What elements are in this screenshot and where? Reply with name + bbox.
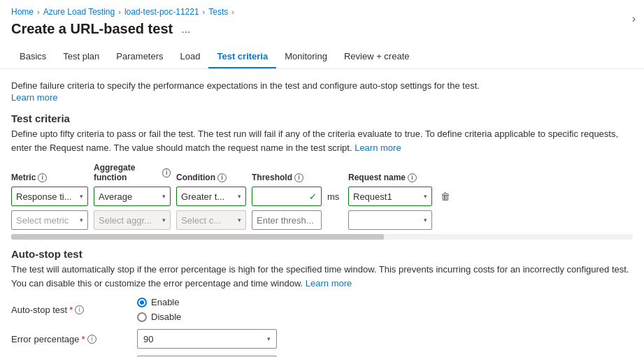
threshold-field-row1[interactable]: 200 (257, 191, 306, 202)
metric-chevron-row2: ▾ (80, 217, 83, 224)
tab-bar: Basics Test plan Parameters Load Test cr… (0, 45, 644, 69)
request-chevron-row2: ▾ (424, 217, 427, 224)
radio-disable[interactable]: Disable (137, 312, 181, 322)
aggregate-select-row2[interactable]: Select aggr... ▾ (94, 210, 171, 230)
breadcrumb-load-test-poc[interactable]: load-test-poc-11221 (124, 7, 199, 17)
metric-chevron-row1: ▾ (80, 193, 83, 200)
breadcrumb-sep-1: › (37, 8, 40, 16)
auto-stop-description: The test will automatically stop if the … (11, 263, 633, 290)
criteria-row-1: Response ti... ▾ Average ▾ Greater t... … (11, 187, 633, 206)
breadcrumb-home[interactable]: Home (11, 7, 34, 17)
breadcrumb-sep-3: › (203, 8, 206, 16)
condition-info-icon[interactable]: i (217, 173, 227, 182)
tab-test-plan[interactable]: Test plan (55, 45, 108, 68)
threshold-info-icon[interactable]: i (294, 173, 303, 182)
main-content: Define failure criteria to specify the p… (0, 69, 644, 357)
condition-chevron-row1: ▾ (238, 193, 241, 200)
radio-enable[interactable]: Enable (137, 297, 181, 307)
page-title: Create a URL-based test (11, 21, 173, 37)
radio-enable-circle (137, 298, 147, 307)
error-percentage-value: 90 (143, 334, 153, 344)
col-header-condition: Condition i (176, 173, 246, 182)
request-name-select-row2[interactable]: ▾ (348, 210, 432, 230)
condition-select-row2[interactable]: Select c... ▾ (176, 210, 246, 230)
ellipsis-button[interactable]: ... (178, 22, 193, 37)
aggregate-select-row1[interactable]: Average ▾ (94, 187, 171, 206)
radio-disable-circle (137, 312, 147, 322)
radio-enable-label: Enable (151, 297, 179, 307)
criteria-column-headers: Metric i Aggregate function i Condition … (11, 163, 633, 182)
threshold-input-row2[interactable] (252, 210, 322, 230)
delete-row1-button[interactable]: 🗑 (438, 189, 453, 203)
breadcrumb: Home › Azure Load Testing › load-test-po… (0, 0, 644, 18)
breadcrumb-azure-load-testing[interactable]: Azure Load Testing (43, 7, 115, 17)
metric-select-row2[interactable]: Select metric ▾ (11, 210, 88, 230)
col-header-request-name: Request name i (348, 173, 432, 182)
auto-stop-learn-more[interactable]: Learn more (306, 278, 352, 289)
page-title-row: Create a URL-based test ... (0, 18, 644, 45)
aggregate-info-icon[interactable]: i (162, 168, 171, 177)
auto-stop-radio-group: Enable Disable (137, 297, 181, 322)
tab-test-criteria[interactable]: Test criteria (208, 45, 276, 68)
auto-stop-label: Auto-stop test * i (11, 305, 137, 315)
tab-monitoring[interactable]: Monitoring (276, 45, 336, 68)
auto-stop-title: Auto-stop test (11, 248, 633, 260)
error-percentage-row: Error percentage * i 90 ▾ (11, 329, 633, 349)
tab-review-create[interactable]: Review + create (336, 45, 418, 68)
request-name-info-icon[interactable]: i (408, 173, 417, 182)
tab-load[interactable]: Load (172, 45, 209, 68)
error-percentage-chevron: ▾ (267, 335, 271, 342)
horizontal-scrollbar[interactable] (11, 234, 633, 240)
criteria-row-2: Select metric ▾ Select aggr... ▾ Select … (11, 210, 633, 230)
tab-basics[interactable]: Basics (11, 45, 55, 68)
threshold-field-row2[interactable] (257, 215, 317, 226)
radio-disable-label: Disable (151, 312, 181, 322)
error-percentage-label: Error percentage * i (11, 334, 137, 344)
request-name-select-row1[interactable]: Request1 ▾ (348, 187, 432, 206)
test-criteria-title: Test criteria (11, 112, 633, 124)
col-header-threshold: Threshold i (252, 173, 322, 182)
tab-parameters[interactable]: Parameters (108, 45, 171, 68)
threshold-check-icon-row1: ✓ (309, 191, 317, 202)
auto-stop-info-icon[interactable]: i (75, 305, 84, 314)
metric-select-row1[interactable]: Response ti... ▾ (11, 187, 88, 206)
error-percentage-dropdown[interactable]: 90 ▾ (137, 329, 277, 349)
request-chevron-row1: ▾ (424, 193, 427, 200)
aggregate-chevron-row2: ▾ (162, 217, 166, 224)
threshold-input-row1[interactable]: 200 ✓ (252, 187, 322, 206)
learn-more-link-2[interactable]: Learn more (355, 143, 401, 153)
breadcrumb-sep-2: › (118, 8, 121, 16)
unit-label-row1: ms (327, 191, 343, 202)
test-criteria-description: Define failure criteria to specify the p… (11, 80, 633, 91)
error-percentage-required: * (82, 334, 85, 344)
condition-chevron-row2: ▾ (238, 217, 241, 224)
metric-info-icon[interactable]: i (38, 173, 47, 182)
aggregate-chevron-row1: ▾ (162, 193, 166, 200)
breadcrumb-tests[interactable]: Tests (208, 7, 228, 17)
auto-stop-required-marker: * (69, 305, 73, 315)
col-header-metric: Metric i (11, 173, 88, 182)
scroll-thumb (11, 234, 384, 240)
auto-stop-section: Auto-stop test The test will automatical… (11, 248, 633, 357)
nav-arrow-right[interactable]: › (632, 13, 636, 25)
error-percentage-info-icon[interactable]: i (87, 335, 96, 344)
breadcrumb-sep-4: › (231, 8, 234, 16)
test-criteria-sub-desc: Define upto fifty criteria to pass or fa… (11, 127, 633, 154)
col-header-aggregate: Aggregate function i (94, 163, 171, 182)
auto-stop-test-row: Auto-stop test * i Enable Disable (11, 297, 633, 322)
learn-more-link-1[interactable]: Learn more (11, 92, 57, 103)
condition-select-row1[interactable]: Greater t... ▾ (176, 187, 246, 206)
